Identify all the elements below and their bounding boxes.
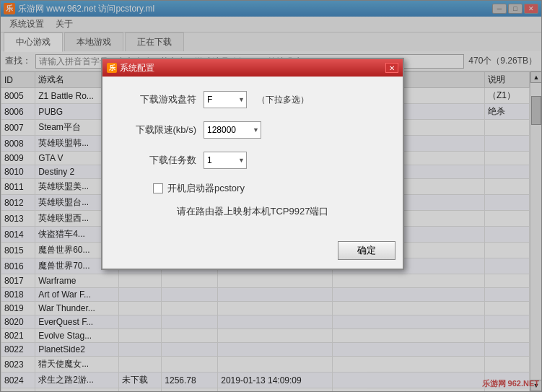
dialog-row-speed: 下载限速(kb/s) 128000 ▼ [124,121,381,139]
autostart-checkbox[interactable] [153,183,163,193]
autostart-row: 开机启动器pcstory [124,182,381,195]
disk-label: 下载游戏盘符 [124,93,196,106]
dialog-title-bar: 乐 系统配置 ✕ [102,59,403,77]
dialog-title: 系统配置 [120,62,385,74]
speed-select-arrow: ▼ [253,126,259,134]
autostart-label: 开机启动器pcstory [167,182,245,195]
tasks-label: 下载任务数 [124,154,196,167]
speed-label: 下载限速(kb/s) [124,123,196,136]
speed-select[interactable]: 128000 ▼ [204,121,261,139]
dialog-close-button[interactable]: ✕ [385,63,398,73]
dialog-icon: 乐 [107,63,117,73]
tasks-select[interactable]: 1 ▼ [204,152,247,169]
confirm-button[interactable]: 确定 [338,241,395,260]
disk-note: （下拉多选） [257,94,309,106]
system-config-dialog: 乐 系统配置 ✕ 下载游戏盘符 F ▼ （下拉多选） 下载限速(kb/s) 12… [101,58,404,270]
dialog-row-tasks: 下载任务数 1 ▼ [124,152,381,169]
disk-select[interactable]: F ▼ [204,91,247,108]
dialog-row-disk: 下载游戏盘符 F ▼ （下拉多选） [124,91,381,108]
dialog-info-text: 请在路由器上映射本机TCP9927端口 [124,205,381,218]
tasks-select-arrow: ▼ [238,157,245,164]
disk-select-arrow: ▼ [238,96,245,103]
dialog-body: 下载游戏盘符 F ▼ （下拉多选） 下载限速(kb/s) 128000 ▼ 下载… [102,77,403,241]
dialog-footer: 确定 [102,241,403,269]
